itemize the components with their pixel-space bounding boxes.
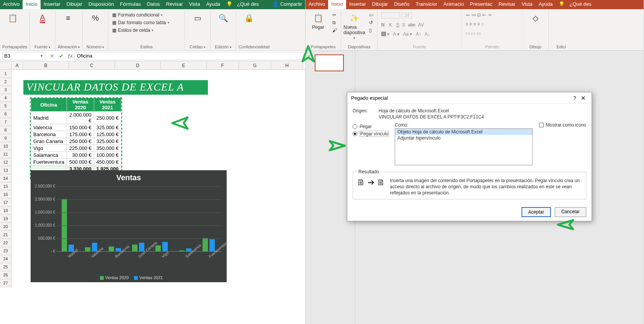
spreadsheet-grid[interactable]: ABCDEFGH 1234567891011121314151617181920… — [0, 61, 305, 324]
tab-presentac[interactable]: Presentac — [467, 0, 496, 9]
show-as-icon-checkbox[interactable]: Mostrar como icono — [539, 122, 586, 128]
table-row[interactable]: Barcelona175.000 €125.000 € — [31, 131, 121, 138]
number-group[interactable]: % — [85, 12, 106, 24]
font-name-combo[interactable] — [381, 12, 400, 18]
cell-styles[interactable]: ▦Estilos de celda — [111, 27, 171, 34]
tab-revisar[interactable]: Revisar — [163, 0, 186, 9]
help-icon[interactable]: ? — [571, 95, 579, 101]
col-header[interactable]: E — [161, 61, 207, 69]
close-icon[interactable]: ✕ — [579, 95, 588, 102]
tab-archivo[interactable]: Archivo — [0, 0, 23, 9]
reset-icon[interactable]: ↺ — [368, 19, 375, 26]
table-row[interactable]: Valencia150.000 €325.000 € — [31, 124, 121, 131]
copy-icon[interactable]: ⧉ — [331, 19, 338, 26]
paste-as-list[interactable]: Objeto Hoja de cálculo de Microsoft Exce… — [395, 128, 533, 165]
font-size-combo[interactable]: 24 — [402, 12, 412, 18]
row-header[interactable]: 8 — [0, 126, 11, 134]
row-header[interactable]: 6 — [0, 110, 11, 118]
cancel-icon[interactable]: ✕ — [47, 53, 57, 59]
tab-insertar[interactable]: Insertar — [41, 0, 64, 9]
table-row[interactable]: Madrid2.000.000 €250.000 € — [31, 112, 121, 124]
row-header[interactable]: 19 — [0, 215, 11, 223]
table-row[interactable]: Salamanca30.000 €100.000 € — [31, 152, 121, 159]
tab-archivo[interactable]: Archivo — [306, 0, 328, 9]
col-header[interactable]: G — [239, 61, 271, 69]
row-header[interactable]: 12 — [0, 158, 11, 166]
group-label[interactable]: Celdas — [187, 43, 208, 50]
tab-animacio[interactable]: Animacio — [440, 0, 467, 9]
col-header[interactable]: F — [207, 61, 239, 69]
col-header[interactable]: A — [11, 61, 23, 69]
col-header[interactable]: H — [271, 61, 303, 69]
tab-ayuda[interactable]: Ayuda — [536, 0, 556, 9]
table-row[interactable]: Fuerteventura500.000 €450.000 € — [31, 159, 121, 166]
row-header[interactable]: 5 — [0, 102, 11, 110]
table-row[interactable]: Vigo225.000 €350.000 € — [31, 145, 121, 152]
font-group[interactable]: A — [32, 12, 53, 24]
tab-dibujar[interactable]: Dibujar — [64, 0, 85, 9]
radio-paste-link[interactable]: Pegar vínculo — [353, 131, 389, 137]
row-header[interactable]: 2 — [0, 78, 11, 86]
row-header[interactable]: 16 — [0, 191, 11, 199]
editing-group[interactable] — [551, 12, 572, 24]
group-label[interactable]: Alineación — [58, 43, 80, 50]
sales-chart[interactable]: Ventas Ventas 2020Ventas 2021 - €500.000… — [31, 170, 227, 282]
align-group[interactable]: ≡ — [58, 12, 78, 24]
list-item[interactable]: Objeto Hoja de cálculo de Microsoft Exce… — [395, 129, 532, 135]
row-header[interactable]: 17 — [0, 199, 11, 207]
conditional-format[interactable]: ▦Formato condicional — [111, 12, 171, 18]
tell-me[interactable]: ¿Qué des — [234, 0, 262, 9]
paste-button[interactable]: 📋Pegar — [308, 12, 329, 30]
layout-icon[interactable]: ▭ — [368, 12, 375, 18]
row-header[interactable]: 25 — [0, 263, 11, 271]
row-header[interactable]: 15 — [0, 183, 11, 191]
tab-datos[interactable]: Datos — [144, 0, 163, 9]
radio-paste[interactable]: Pegar — [353, 124, 389, 129]
tab-dibujar[interactable]: Dibujar — [369, 0, 391, 9]
row-header[interactable]: 3 — [0, 86, 11, 94]
accept-button[interactable]: Aceptar — [521, 207, 551, 217]
row-header[interactable]: 9 — [0, 134, 11, 142]
formula-input[interactable]: Oficina — [74, 52, 304, 60]
tab-transicior[interactable]: Transicior — [412, 0, 440, 9]
row-header[interactable]: 20 — [0, 223, 11, 231]
tab-disposición[interactable]: Disposición — [85, 0, 117, 9]
row-header[interactable]: 4 — [0, 94, 11, 102]
section-icon[interactable]: ▯ — [368, 27, 375, 34]
tab-revisar[interactable]: Revisar — [495, 0, 518, 9]
share-button[interactable]: 👤 Compartir — [270, 0, 305, 9]
col-header[interactable]: D — [115, 61, 161, 69]
name-box[interactable]: B3▼ — [2, 52, 45, 60]
cut-icon[interactable]: ✂ — [331, 12, 338, 18]
row-header[interactable]: 11 — [0, 150, 11, 158]
table-row[interactable]: Gran Canaria250.000 €325.000 € — [31, 138, 121, 145]
row-header[interactable]: 27 — [0, 279, 11, 287]
row-header[interactable]: 18 — [0, 207, 11, 215]
group-label[interactable]: Edición — [213, 43, 234, 50]
tab-fórmulas[interactable]: Fórmulas — [117, 0, 144, 9]
tab-inicio[interactable]: Inicio — [23, 0, 40, 9]
cells-group[interactable]: ▭ — [187, 12, 208, 24]
group-label[interactable]: Fuente — [32, 43, 53, 50]
cancel-button[interactable]: Cancelar — [555, 207, 586, 217]
row-header[interactable]: 26 — [0, 271, 11, 279]
tell-me[interactable]: ¿Qué des — [566, 0, 594, 9]
row-header[interactable]: 10 — [0, 142, 11, 150]
confidentiality-group[interactable]: 🔒 — [239, 12, 259, 24]
drawing-group[interactable]: ◇ — [525, 12, 546, 24]
row-header[interactable]: 22 — [0, 239, 11, 247]
row-header[interactable]: 7 — [0, 118, 11, 126]
row-header[interactable]: 23 — [0, 247, 11, 255]
tab-inicio[interactable]: Inicio — [328, 0, 346, 9]
paste-button[interactable]: 📋 — [2, 12, 23, 24]
list-item[interactable]: Adjuntar hipervínculo — [395, 135, 532, 141]
row-header[interactable]: 21 — [0, 231, 11, 239]
tab-diseño[interactable]: Diseño — [391, 0, 412, 9]
col-header[interactable]: C — [69, 61, 115, 69]
row-header[interactable]: 1 — [0, 70, 11, 78]
editing-group[interactable]: 🔍 — [213, 12, 234, 24]
row-header[interactable]: 14 — [0, 174, 11, 183]
tab-insertar[interactable]: Insertar — [346, 0, 369, 9]
tab-vista[interactable]: Vista — [186, 0, 203, 9]
col-header[interactable]: B — [23, 61, 69, 69]
